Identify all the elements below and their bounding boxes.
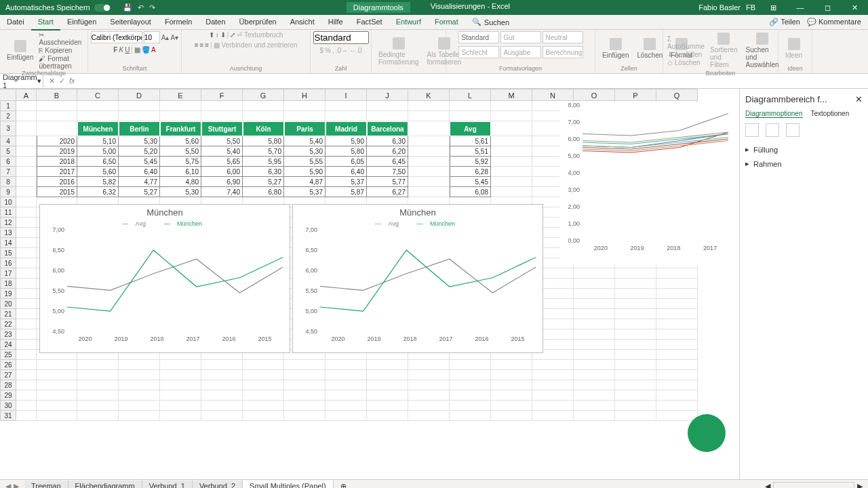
cell-L7[interactable]: 6,28 bbox=[450, 167, 491, 177]
cell-N29[interactable] bbox=[532, 390, 574, 401]
menu-tab-formeln[interactable]: Formeln bbox=[158, 14, 199, 30]
row-header-1[interactable]: 1 bbox=[0, 101, 16, 111]
number-format-select[interactable] bbox=[313, 31, 369, 44]
autosave-toggle[interactable] bbox=[94, 4, 111, 12]
cell-M29[interactable] bbox=[491, 390, 532, 401]
cell-G1[interactable] bbox=[243, 101, 284, 111]
name-box[interactable]: Diagramm 1▾ bbox=[0, 73, 43, 89]
cell-F28[interactable] bbox=[201, 380, 243, 390]
cell-A26[interactable] bbox=[16, 360, 37, 370]
cell-A12[interactable] bbox=[16, 218, 37, 228]
cell-P23[interactable] bbox=[615, 329, 656, 340]
chart-munich-2[interactable]: München — Avg — München 4,505,005,506,00… bbox=[292, 204, 543, 353]
cell-O27[interactable] bbox=[574, 370, 615, 380]
cell-P24[interactable] bbox=[615, 340, 656, 350]
cell-L30[interactable] bbox=[450, 401, 491, 411]
cell-F6[interactable]: 5,65 bbox=[201, 157, 243, 167]
row-header-16[interactable]: 16 bbox=[0, 258, 16, 268]
cell-G31[interactable] bbox=[243, 411, 284, 421]
font-size-input[interactable] bbox=[144, 31, 160, 43]
menu-tab-ansicht[interactable]: Ansicht bbox=[283, 14, 321, 30]
menu-tab-factset[interactable]: FactSet bbox=[350, 14, 389, 30]
cell-P30[interactable] bbox=[615, 401, 656, 411]
cell-A31[interactable] bbox=[16, 411, 37, 421]
cell-O19[interactable] bbox=[574, 289, 615, 299]
col-header-P[interactable]: P bbox=[615, 89, 656, 101]
cell-D2[interactable] bbox=[119, 111, 160, 121]
col-header-B[interactable]: B bbox=[37, 89, 77, 101]
cell-A25[interactable] bbox=[16, 350, 37, 360]
align-center-icon[interactable]: ≡ bbox=[200, 41, 204, 49]
cell-B30[interactable] bbox=[37, 401, 77, 411]
cell-P27[interactable] bbox=[615, 370, 656, 380]
row-header-10[interactable]: 10 bbox=[0, 197, 16, 207]
cell-J2[interactable] bbox=[367, 111, 408, 121]
col-header-I[interactable]: I bbox=[326, 89, 367, 101]
wrap-text-button[interactable]: ⏎ Textumbruch bbox=[237, 31, 283, 39]
cell-I29[interactable] bbox=[326, 390, 367, 401]
text-options-tab[interactable]: Textoptionen bbox=[811, 110, 850, 118]
next-sheet-icon[interactable]: ▶ bbox=[14, 482, 19, 488]
decrease-font-icon[interactable]: A▾ bbox=[171, 34, 179, 41]
style-ausgabe[interactable]: Ausgabe bbox=[500, 46, 541, 58]
merge-button[interactable]: ▦ Verbinden und zentrieren bbox=[214, 41, 298, 49]
cell-C5[interactable]: 5,00 bbox=[77, 146, 119, 157]
cell-K28[interactable] bbox=[408, 380, 450, 390]
cell-G26[interactable] bbox=[243, 360, 284, 370]
cell-E1[interactable] bbox=[160, 101, 201, 111]
cell-A17[interactable] bbox=[16, 268, 37, 279]
bold-button[interactable]: F bbox=[113, 46, 117, 54]
cell-F5[interactable]: 5,40 bbox=[201, 146, 243, 157]
cell-A14[interactable] bbox=[16, 238, 37, 248]
increase-font-icon[interactable]: A▴ bbox=[161, 34, 170, 41]
cell-H2[interactable] bbox=[284, 111, 326, 121]
cell-M6[interactable] bbox=[491, 157, 532, 167]
cell-I26[interactable] bbox=[326, 360, 367, 370]
row-header-3[interactable]: 3 bbox=[0, 121, 16, 136]
row-header-9[interactable]: 9 bbox=[0, 187, 16, 197]
cell-G4[interactable]: 5,80 bbox=[243, 136, 284, 146]
cell-B6[interactable]: 2018 bbox=[37, 157, 77, 167]
cell-O28[interactable] bbox=[574, 380, 615, 390]
cell-O18[interactable] bbox=[574, 279, 615, 289]
col-header-C[interactable]: C bbox=[77, 89, 119, 101]
col-header-H[interactable]: H bbox=[284, 89, 326, 101]
effects-icon[interactable] bbox=[766, 123, 779, 137]
cell-N28[interactable] bbox=[532, 380, 574, 390]
cell-K3[interactable] bbox=[408, 121, 450, 136]
cell-A29[interactable] bbox=[16, 390, 37, 401]
orientation-icon[interactable]: ⤢ bbox=[230, 31, 235, 39]
cell-H7[interactable]: 5,90 bbox=[284, 167, 326, 177]
cell-C9[interactable]: 6,32 bbox=[77, 187, 119, 197]
row-header-12[interactable]: 12 bbox=[0, 218, 16, 228]
cell-O17[interactable] bbox=[574, 268, 615, 279]
cell-N27[interactable] bbox=[532, 370, 574, 380]
col-header-K[interactable]: K bbox=[408, 89, 450, 101]
cell-E4[interactable]: 5,60 bbox=[160, 136, 201, 146]
cell-H30[interactable] bbox=[284, 401, 326, 411]
row-header-17[interactable]: 17 bbox=[0, 268, 16, 279]
cell-G3[interactable]: Köln bbox=[243, 121, 284, 136]
cancel-formula-icon[interactable]: ✕ bbox=[49, 77, 55, 85]
enter-formula-icon[interactable]: ✓ bbox=[59, 77, 65, 85]
cell-A5[interactable] bbox=[16, 146, 37, 157]
cell-B2[interactable] bbox=[37, 111, 77, 121]
cell-B26[interactable] bbox=[37, 360, 77, 370]
worksheet-area[interactable]: ABCDEFGHIJKLMNOPQ123MünchenBerlinFrankfu… bbox=[0, 89, 739, 479]
cell-A9[interactable] bbox=[16, 187, 37, 197]
cell-G7[interactable]: 6,30 bbox=[243, 167, 284, 177]
cell-M8[interactable] bbox=[491, 177, 532, 187]
menu-tab-start[interactable]: Start bbox=[31, 14, 60, 30]
cell-B28[interactable] bbox=[37, 380, 77, 390]
cell-H5[interactable]: 5,30 bbox=[284, 146, 326, 157]
cell-N31[interactable] bbox=[532, 411, 574, 421]
cell-D28[interactable] bbox=[119, 380, 160, 390]
share-button[interactable]: 🔗 Teilen bbox=[769, 18, 800, 26]
add-sheet-icon[interactable]: ⊕ bbox=[334, 482, 353, 488]
cell-I4[interactable]: 5,90 bbox=[326, 136, 367, 146]
col-header-Q[interactable]: Q bbox=[656, 89, 698, 101]
cell-G8[interactable]: 5,27 bbox=[243, 177, 284, 187]
style-gut[interactable]: Gut bbox=[500, 31, 541, 43]
cell-Q27[interactable] bbox=[656, 370, 698, 380]
cell-A3[interactable] bbox=[16, 121, 37, 136]
